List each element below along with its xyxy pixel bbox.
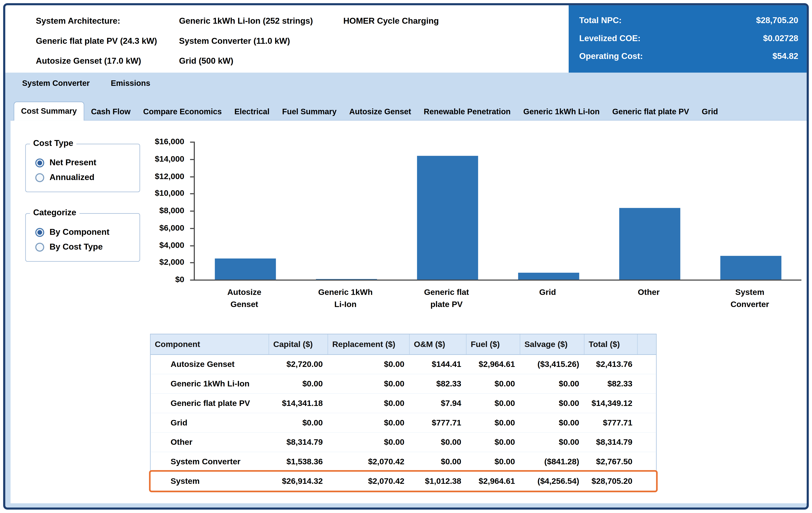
x-axis-label-generic-1kwh-li-ion: Generic 1kWh Li-Ion [295, 286, 396, 310]
value-cell: $1,538.36 [269, 457, 328, 466]
y-tick-mark [190, 142, 194, 143]
value-cell: $0.00 [328, 437, 410, 447]
arch-item-dispatch: HOMER Cycle Charging [343, 15, 439, 28]
arch-item-battery: Generic 1kWh Li-Ion (252 strings) [179, 15, 344, 28]
y-tick-label: $8,000 [160, 206, 184, 215]
column-header-capital: Capital ($) [269, 334, 328, 354]
table-row-grid: Grid$0.00$0.00$777.71$0.00$0.00$777.71 [151, 413, 656, 433]
scale-wrapper: System Architecture: Generic 1kWh Li-Ion… [0, 0, 812, 513]
value-cell: $2,964.61 [466, 476, 520, 486]
value-cell: $8,314.79 [584, 437, 638, 447]
system-architecture-summary: System Architecture: Generic 1kWh Li-Ion… [36, 15, 439, 67]
y-tick-mark [190, 279, 194, 281]
tab-strip: System ConverterEmissions Cost SummaryCa… [5, 72, 807, 120]
x-axis-label-generic-flat-plate-pv: Generic flat plate PV [396, 286, 497, 310]
bar-slot-generic-flat-plate-pv [397, 142, 498, 279]
component-cell: Autosize Genset [151, 360, 269, 369]
tab-fuel-summary[interactable]: Fuel Summary [277, 103, 342, 120]
chart-y-axis: $16,000$14,000$12,000$10,000$8,000$6,000… [137, 142, 190, 279]
arch-item-pv: Generic flat plate PV (24.3 kW) [36, 35, 179, 48]
column-header-fuel: Fuel ($) [466, 334, 520, 354]
table-row-generic-1kwh-li-ion: Generic 1kWh Li-Ion$0.00$0.00$82.33$0.00… [151, 374, 656, 394]
column-header-total: Total ($) [584, 334, 638, 354]
value-cell: $0.00 [410, 457, 466, 466]
value-cell: $28,705.20 [584, 476, 638, 486]
value-cell: $0.00 [269, 379, 328, 389]
metric-label: Operating Cost: [579, 52, 643, 61]
table-row-other: Other$8,314.79$0.00$0.00$0.00$0.00$8,314… [151, 433, 656, 452]
y-tick-mark [190, 211, 194, 212]
tab-emissions[interactable]: Emissions [110, 77, 151, 89]
tab-renewable-penetration[interactable]: Renewable Penetration [418, 103, 517, 120]
metric-levelized-coe: Levelized COE: $0.02728 [579, 32, 799, 45]
metrics-panel: Total NPC: $28,705.20 Levelized COE: $0.… [569, 5, 807, 73]
y-tick-mark [190, 228, 194, 229]
bar-slot-grid [498, 142, 599, 279]
tab-cash-flow[interactable]: Cash Flow [85, 103, 137, 120]
y-tick-label: $4,000 [160, 240, 184, 250]
y-tick-label: $10,000 [155, 188, 184, 198]
value-cell: $0.00 [520, 418, 584, 427]
table-row-generic-flat-plate-pv: Generic flat plate PV$14,341.18$0.00$7.9… [151, 394, 656, 413]
value-cell: $777.71 [584, 418, 638, 427]
tab-generic-flat-plate-pv[interactable]: Generic flat plate PV [607, 103, 695, 120]
value-cell: $1,012.38 [410, 476, 466, 486]
tab-generic-1kwh-li-ion[interactable]: Generic 1kWh Li-Ion [518, 103, 605, 120]
value-cell: $0.00 [466, 457, 520, 466]
value-cell: $0.00 [328, 418, 410, 427]
y-tick-mark [190, 193, 194, 194]
tab-cost-summary[interactable]: Cost Summary [13, 101, 84, 121]
value-cell: ($841.28) [520, 457, 584, 466]
bar-slot-other [599, 142, 700, 279]
column-header-component: Component [151, 334, 269, 354]
y-tick-label: $0 [175, 275, 184, 284]
component-cell: System [151, 476, 269, 486]
table-row-system: System$26,914.32$2,070.42$1,012.38$2,964… [151, 472, 656, 491]
y-tick-mark [190, 159, 194, 160]
value-cell: $0.00 [410, 437, 466, 447]
x-axis-label-autosize-genset: Autosize Genset [194, 286, 295, 310]
component-cell: Grid [151, 418, 269, 427]
bar-slot-autosize-genset [195, 142, 296, 279]
y-tick-label: $16,000 [155, 137, 184, 146]
value-cell: $0.00 [328, 360, 410, 369]
metric-value: $28,705.20 [756, 16, 798, 25]
bar-generic-1kwh-li-ion [316, 279, 377, 279]
bar-grid [518, 273, 579, 279]
tab-compare-economics[interactable]: Compare Economics [138, 103, 228, 120]
value-cell: $26,914.32 [269, 476, 328, 486]
y-tick-mark [190, 262, 194, 264]
value-cell: $14,349.12 [584, 398, 638, 408]
value-cell: $0.00 [328, 379, 410, 389]
chart-x-axis-labels: Autosize GensetGeneric 1kWh Li-IonGeneri… [194, 286, 800, 310]
metric-value: $54.82 [773, 52, 798, 61]
tab-autosize-genset[interactable]: Autosize Genset [344, 103, 417, 120]
bar-system-converter [721, 255, 781, 279]
y-tick-label: $2,000 [160, 258, 184, 267]
value-cell: $82.33 [584, 379, 638, 389]
column-header-replacement: Replacement ($) [328, 334, 410, 354]
table-body: Autosize Genset$2,720.00$0.00$144.41$2,9… [151, 355, 656, 491]
system-architecture-label: System Architecture: [36, 15, 179, 28]
value-cell: $0.00 [520, 437, 584, 447]
metric-value: $0.02728 [763, 34, 798, 43]
tab-electrical[interactable]: Electrical [229, 103, 275, 120]
value-cell: $2,964.61 [466, 360, 520, 369]
value-cell: $7.94 [410, 398, 466, 408]
value-cell: $0.00 [328, 398, 410, 408]
value-cell: ($3,415.26) [520, 360, 584, 369]
cost-summary-page: Cost TypeNet PresentAnnualizedCategorize… [10, 120, 807, 503]
value-cell: $8,314.79 [269, 437, 328, 447]
x-axis-label-system-converter: System Converter [699, 286, 800, 310]
tab-system-converter[interactable]: System Converter [21, 77, 91, 89]
value-cell: $2,070.42 [328, 476, 410, 486]
value-cell: $144.41 [410, 360, 466, 369]
arch-item-empty-2 [343, 55, 439, 67]
arch-item-grid: Grid (500 kW) [179, 55, 344, 67]
component-cell: System Converter [151, 457, 269, 466]
tab-grid[interactable]: Grid [696, 103, 724, 120]
column-header-salvage: Salvage ($) [520, 334, 584, 354]
bar-other [619, 208, 680, 279]
metric-total-npc: Total NPC: $28,705.20 [579, 13, 799, 27]
homer-results-window: System Architecture: Generic 1kWh Li-Ion… [3, 3, 809, 510]
